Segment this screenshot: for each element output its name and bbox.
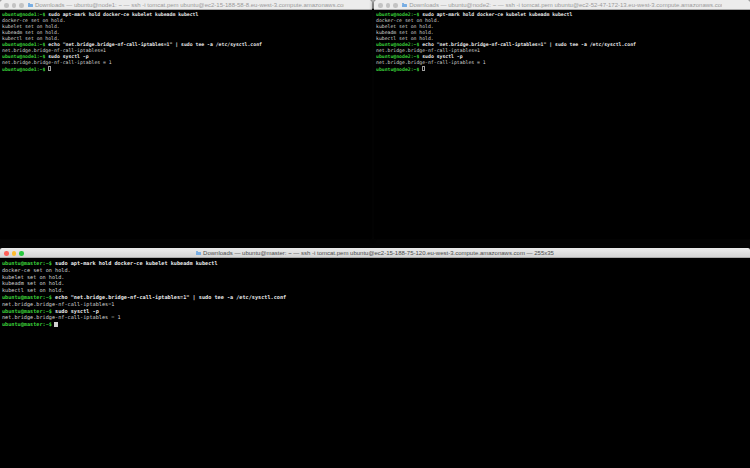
- shell-prompt: ubuntu@node2:~$: [376, 42, 419, 47]
- shell-command: sudo apt-mark hold docker-ce kubelet kub…: [52, 260, 218, 266]
- traffic-lights: [4, 3, 24, 8]
- shell-prompt: ubuntu@node2:~$: [376, 12, 419, 17]
- shell-prompt: ubuntu@master:~$: [2, 321, 52, 327]
- terminal-content-node1[interactable]: ubuntu@node1:~$ sudo apt-mark hold docke…: [0, 10, 372, 239]
- shell-prompt: ubuntu@node1:~$: [2, 54, 45, 59]
- shell-command: sudo sysctl -p: [419, 54, 462, 59]
- shell-prompt: ubuntu@master:~$: [2, 260, 52, 266]
- shell-prompt: ubuntu@node1:~$: [2, 12, 45, 17]
- proxy-folder-icon: [196, 252, 201, 256]
- shell-command: echo "net.bridge.bridge-nf-call-iptables…: [419, 42, 636, 47]
- terminal-output-line: docker-ce set on hold.: [2, 267, 750, 274]
- zoom-button[interactable]: [19, 251, 24, 256]
- close-button[interactable]: [4, 251, 9, 256]
- shell-command: sudo sysctl -p: [52, 308, 99, 314]
- close-button[interactable]: [4, 3, 9, 8]
- terminal-window-node1: Downloads — ubuntu@node1: ~ — ssh -i tom…: [0, 0, 372, 239]
- shell-command: sudo sysctl -p: [45, 54, 88, 59]
- minimize-button[interactable]: [12, 3, 17, 8]
- shell-prompt: ubuntu@node2:~$: [376, 54, 419, 59]
- desktop: Terminal Shell Edit View Window Help A 9…: [0, 0, 750, 468]
- traffic-lights: [4, 251, 24, 256]
- zoom-button[interactable]: [393, 3, 398, 8]
- titlebar-node2[interactable]: Downloads — ubuntu@node2: ~ — ssh -i tom…: [374, 0, 750, 10]
- window-title: Downloads — ubuntu@master: ~ — ssh -i to…: [196, 248, 554, 258]
- shell-command: echo "net.bridge.bridge-nf-call-iptables…: [45, 42, 262, 47]
- terminal-prompt-line: ubuntu@node2:~$: [376, 66, 750, 73]
- terminal-output-line: kubelet set on hold.: [2, 274, 750, 281]
- shell-prompt: ubuntu@master:~$: [2, 308, 52, 314]
- terminal-content-master[interactable]: ubuntu@master:~$ sudo apt-mark hold dock…: [0, 258, 750, 468]
- shell-prompt: ubuntu@node2:~$: [376, 67, 419, 72]
- terminal-window-master: Downloads — ubuntu@master: ~ — ssh -i to…: [0, 248, 750, 468]
- shell-prompt: ubuntu@master:~$: [2, 294, 52, 300]
- terminal-output-line: net.bridge.bridge-nf-call-iptables=1: [2, 301, 750, 308]
- terminal-cursor: [54, 322, 57, 327]
- terminal-prompt-line: ubuntu@node1:~$: [2, 66, 372, 73]
- terminal-output-line: net.bridge.bridge-nf-call-iptables = 1: [2, 314, 750, 321]
- shell-prompt: ubuntu@node1:~$: [2, 67, 45, 72]
- terminal-prompt-line: ubuntu@master:~$: [2, 321, 750, 328]
- window-title: Downloads — ubuntu@node2: ~ — ssh -i tom…: [402, 0, 722, 10]
- proxy-folder-icon: [28, 4, 33, 8]
- zoom-button[interactable]: [19, 3, 24, 8]
- terminal-prompt-line: ubuntu@master:~$ sudo apt-mark hold dock…: [2, 260, 750, 267]
- terminal-content-node2[interactable]: ubuntu@node2:~$ sudo apt-mark hold docke…: [374, 10, 750, 239]
- terminal-cursor: [422, 66, 425, 71]
- window-title: Downloads — ubuntu@node1: ~ — ssh -i tom…: [28, 0, 344, 10]
- titlebar-node1[interactable]: Downloads — ubuntu@node1: ~ — ssh -i tom…: [0, 0, 372, 10]
- terminal-output-line: kubeadm set on hold.: [2, 280, 750, 287]
- proxy-folder-icon: [402, 4, 407, 8]
- shell-prompt: ubuntu@node1:~$: [2, 42, 45, 47]
- titlebar-master[interactable]: Downloads — ubuntu@master: ~ — ssh -i to…: [0, 248, 750, 258]
- minimize-button[interactable]: [386, 3, 391, 8]
- traffic-lights: [378, 3, 398, 8]
- terminal-prompt-line: ubuntu@master:~$ sudo sysctl -p: [2, 308, 750, 315]
- terminal-prompt-line: ubuntu@master:~$ echo "net.bridge.bridge…: [2, 294, 750, 301]
- minimize-button[interactable]: [12, 251, 17, 256]
- shell-command: sudo apt-mark hold docker-ce kubelet kub…: [419, 12, 572, 17]
- close-button[interactable]: [378, 3, 383, 8]
- shell-command: sudo apt-mark hold docker-ce kubelet kub…: [45, 12, 198, 17]
- terminal-output-line: kubectl set on hold.: [2, 287, 750, 294]
- terminal-window-node2: Downloads — ubuntu@node2: ~ — ssh -i tom…: [374, 0, 750, 239]
- terminal-cursor: [48, 66, 51, 71]
- shell-command: echo "net.bridge.bridge-nf-call-iptables…: [52, 294, 286, 300]
